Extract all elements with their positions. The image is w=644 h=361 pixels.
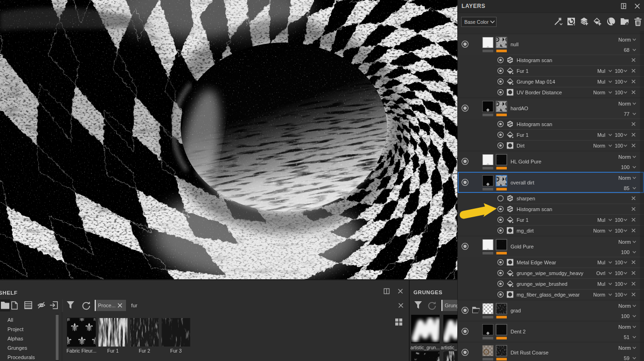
svg-text:Grunges: Grunges	[7, 345, 28, 351]
svg-text:SHELF: SHELF	[0, 290, 18, 296]
svg-text:mg_fiber_glass_edge_wear: mg_fiber_glass_edge_wear	[517, 292, 580, 297]
svg-text:LAYERS: LAYERS	[462, 3, 485, 9]
svg-text:Metal Edge Wear: Metal Edge Wear	[517, 260, 556, 265]
svg-text:Histogram scan: Histogram scan	[517, 121, 552, 127]
svg-text:Mul: Mul	[597, 68, 605, 74]
svg-text:100: 100	[615, 68, 623, 74]
svg-text:100: 100	[615, 132, 623, 138]
svg-text:Procedurals: Procedurals	[7, 354, 35, 360]
svg-text:grad: grad	[511, 308, 521, 313]
svg-text:Norm: Norm	[618, 303, 631, 309]
svg-text:Histogram scan: Histogram scan	[517, 206, 552, 212]
svg-text:Alphas: Alphas	[7, 336, 23, 341]
svg-text:⚜: ⚜	[77, 334, 87, 347]
svg-text:sharpen: sharpen	[517, 196, 535, 201]
svg-text:100: 100	[621, 249, 630, 255]
svg-text:Norm: Norm	[618, 154, 631, 160]
svg-text:Fur 3: Fur 3	[170, 348, 182, 354]
svg-text:Norm: Norm	[618, 324, 631, 330]
svg-text:Base Color: Base Color	[464, 19, 489, 25]
svg-text:mg_dirt: mg_dirt	[517, 228, 534, 234]
svg-text:100: 100	[621, 313, 630, 319]
svg-text:100: 100	[621, 164, 630, 170]
svg-text:100: 100	[615, 281, 623, 287]
svg-text:Norm: Norm	[593, 228, 605, 234]
svg-text:Histogram scan: Histogram scan	[517, 57, 552, 63]
svg-text:Mul: Mul	[597, 79, 605, 85]
svg-text:Fabric Fleur...: Fabric Fleur...	[66, 348, 96, 354]
svg-text:Norm: Norm	[618, 175, 631, 181]
svg-text:hardAO: hardAO	[511, 106, 528, 111]
svg-text:77: 77	[624, 111, 630, 117]
svg-text:Project: Project	[7, 326, 23, 332]
svg-text:Norm: Norm	[593, 292, 605, 297]
svg-text:Norm: Norm	[618, 101, 631, 106]
svg-text:overall dirt: overall dirt	[511, 180, 534, 185]
svg-text:68: 68	[624, 47, 630, 53]
svg-text:Mul: Mul	[597, 132, 605, 138]
svg-text:UV Border Distance: UV Border Distance	[517, 90, 562, 95]
svg-text:100: 100	[615, 217, 623, 223]
svg-text:Ovrl: Ovrl	[596, 270, 605, 276]
svg-text:Proce...: Proce...	[98, 303, 116, 308]
svg-text:Mul: Mul	[597, 217, 605, 223]
svg-text:59: 59	[624, 355, 630, 361]
svg-text:Mul: Mul	[597, 281, 605, 287]
svg-text:51: 51	[624, 334, 630, 340]
svg-text:null: null	[511, 42, 518, 47]
svg-text:Fur 2: Fur 2	[139, 348, 150, 354]
svg-text:100: 100	[615, 90, 623, 95]
svg-text:Fur 1: Fur 1	[107, 348, 119, 354]
svg-text:grunge_wipe_smudgy_heavy: grunge_wipe_smudgy_heavy	[517, 270, 584, 276]
svg-text:GRUNGES: GRUNGES	[413, 290, 442, 295]
svg-text:Fur 1: Fur 1	[517, 68, 529, 74]
svg-text:Mul: Mul	[597, 260, 605, 265]
svg-text:Norm: Norm	[618, 239, 631, 245]
svg-text:artistic_...: artistic_...	[441, 345, 457, 350]
svg-text:grunge_wipe_brushed: grunge_wipe_brushed	[517, 281, 567, 287]
svg-text:85: 85	[624, 185, 630, 191]
svg-text:100: 100	[615, 292, 623, 297]
svg-text:artistic_grun...: artistic_grun...	[411, 345, 440, 350]
svg-text:Norm: Norm	[618, 345, 631, 351]
svg-text:Grunge Map 014: Grunge Map 014	[517, 79, 555, 85]
svg-text:100: 100	[615, 79, 623, 85]
svg-text:100: 100	[615, 228, 623, 234]
svg-text:Fur 1: Fur 1	[517, 217, 529, 223]
svg-text:Dirt Rust Coarse: Dirt Rust Coarse	[511, 350, 548, 355]
svg-text:All: All	[7, 317, 13, 323]
svg-text:Norm: Norm	[593, 143, 605, 149]
svg-text:100: 100	[615, 143, 623, 149]
svg-text:Dirt: Dirt	[517, 143, 525, 149]
svg-text:Norm: Norm	[593, 90, 605, 95]
svg-text:100: 100	[615, 270, 623, 276]
svg-text:100: 100	[615, 260, 623, 265]
svg-text:HL Gold Pure: HL Gold Pure	[511, 159, 541, 164]
svg-text:fur: fur	[131, 303, 138, 308]
svg-text:Fur 1: Fur 1	[517, 132, 529, 138]
svg-text:Gold Pure: Gold Pure	[511, 244, 534, 249]
svg-text:Norm: Norm	[618, 37, 631, 42]
svg-text:Dent 2: Dent 2	[511, 329, 525, 334]
svg-text:Grung: Grung	[445, 303, 457, 308]
